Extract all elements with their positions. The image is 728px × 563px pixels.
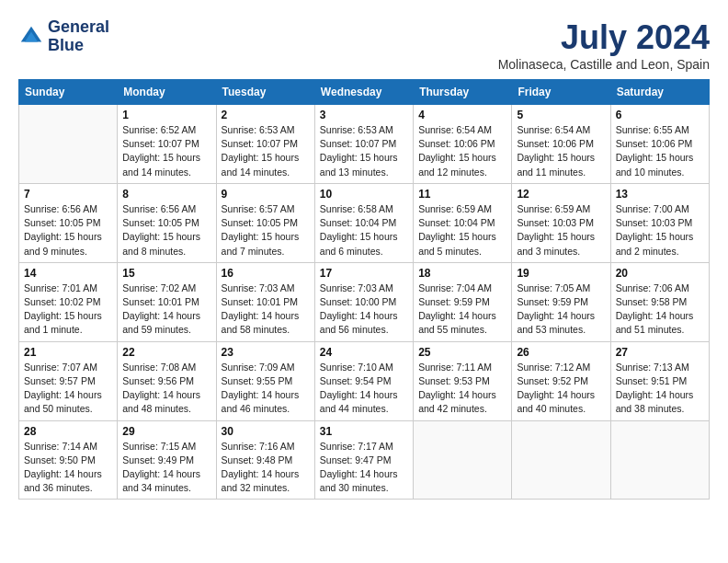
calendar-cell: 24Sunrise: 7:10 AMSunset: 9:54 PMDayligh… — [314, 341, 413, 420]
day-info: Sunrise: 7:07 AMSunset: 9:57 PMDaylight:… — [24, 361, 112, 417]
day-info: Sunrise: 7:03 AMSunset: 10:00 PMDaylight… — [320, 282, 408, 338]
day-number: 26 — [517, 346, 605, 359]
day-info: Sunrise: 6:54 AMSunset: 10:06 PMDaylight… — [517, 123, 605, 179]
day-info: Sunrise: 6:53 AMSunset: 10:07 PMDaylight… — [320, 123, 408, 179]
day-number: 24 — [320, 346, 408, 359]
day-info: Sunrise: 7:05 AMSunset: 9:59 PMDaylight:… — [517, 282, 605, 338]
calendar-cell: 21Sunrise: 7:07 AMSunset: 9:57 PMDayligh… — [19, 341, 118, 420]
calendar-cell: 11Sunrise: 6:59 AMSunset: 10:04 PMDaylig… — [414, 183, 512, 262]
day-info: Sunrise: 6:53 AMSunset: 10:07 PMDaylight… — [222, 123, 310, 179]
day-info: Sunrise: 7:00 AMSunset: 10:03 PMDaylight… — [616, 202, 704, 259]
day-number: 16 — [222, 267, 310, 280]
day-number: 14 — [24, 267, 112, 280]
weekday-header-row: SundayMondayTuesdayWednesdayThursdayFrid… — [19, 80, 710, 105]
day-number: 13 — [616, 188, 704, 201]
page-header: General Blue July 2024 Molinaseca, Casti… — [18, 18, 710, 72]
calendar-cell: 6Sunrise: 6:55 AMSunset: 10:06 PMDayligh… — [610, 105, 709, 184]
title-block: July 2024 Molinaseca, Castille and Leon,… — [498, 18, 710, 72]
day-number: 15 — [122, 267, 210, 280]
calendar-cell: 16Sunrise: 7:03 AMSunset: 10:01 PMDaylig… — [216, 262, 314, 341]
day-number: 21 — [24, 346, 112, 359]
day-number: 4 — [418, 109, 506, 121]
calendar-cell: 26Sunrise: 7:12 AMSunset: 9:52 PMDayligh… — [512, 341, 610, 420]
day-info: Sunrise: 7:12 AMSunset: 9:52 PMDaylight:… — [517, 361, 605, 417]
day-info: Sunrise: 7:15 AMSunset: 9:49 PMDaylight:… — [122, 440, 210, 496]
location-title: Molinaseca, Castille and Leon, Spain — [498, 57, 710, 72]
calendar-cell: 23Sunrise: 7:09 AMSunset: 9:55 PMDayligh… — [216, 341, 314, 420]
calendar-cell: 7Sunrise: 6:56 AMSunset: 10:05 PMDayligh… — [19, 183, 118, 262]
calendar-cell — [610, 420, 709, 500]
day-number: 22 — [122, 346, 210, 359]
logo-text: General Blue — [48, 18, 109, 55]
day-info: Sunrise: 6:59 AMSunset: 10:03 PMDaylight… — [517, 202, 605, 259]
calendar-cell: 31Sunrise: 7:17 AMSunset: 9:47 PMDayligh… — [314, 420, 413, 500]
calendar-cell: 27Sunrise: 7:13 AMSunset: 9:51 PMDayligh… — [610, 341, 709, 420]
day-number: 17 — [320, 267, 408, 280]
day-info: Sunrise: 6:54 AMSunset: 10:06 PMDaylight… — [418, 123, 506, 179]
week-row-3: 14Sunrise: 7:01 AMSunset: 10:02 PMDaylig… — [19, 262, 710, 341]
logo: General Blue — [18, 18, 109, 55]
calendar-cell: 14Sunrise: 7:01 AMSunset: 10:02 PMDaylig… — [19, 262, 118, 341]
day-number: 25 — [418, 346, 506, 359]
calendar-cell: 2Sunrise: 6:53 AMSunset: 10:07 PMDayligh… — [216, 105, 314, 184]
calendar-cell: 9Sunrise: 6:57 AMSunset: 10:05 PMDayligh… — [216, 183, 314, 262]
calendar-table: SundayMondayTuesdayWednesdayThursdayFrid… — [18, 79, 710, 500]
day-info: Sunrise: 7:16 AMSunset: 9:48 PMDaylight:… — [222, 440, 310, 496]
day-number: 11 — [418, 188, 506, 201]
calendar-cell — [19, 105, 118, 184]
day-number: 23 — [222, 346, 310, 359]
day-number: 5 — [517, 109, 605, 121]
calendar-cell: 28Sunrise: 7:14 AMSunset: 9:50 PMDayligh… — [19, 420, 118, 500]
week-row-1: 1Sunrise: 6:52 AMSunset: 10:07 PMDayligh… — [19, 105, 710, 184]
day-info: Sunrise: 6:57 AMSunset: 10:05 PMDaylight… — [222, 202, 310, 259]
day-number: 2 — [222, 109, 310, 121]
calendar-cell: 10Sunrise: 6:58 AMSunset: 10:04 PMDaylig… — [314, 183, 413, 262]
day-number: 18 — [418, 267, 506, 280]
logo-icon — [18, 24, 44, 50]
day-number: 8 — [122, 188, 210, 201]
day-info: Sunrise: 6:58 AMSunset: 10:04 PMDaylight… — [320, 202, 408, 259]
day-number: 1 — [122, 109, 210, 121]
day-info: Sunrise: 7:08 AMSunset: 9:56 PMDaylight:… — [122, 361, 210, 417]
week-row-5: 28Sunrise: 7:14 AMSunset: 9:50 PMDayligh… — [19, 420, 710, 500]
day-number: 6 — [616, 109, 704, 121]
day-info: Sunrise: 7:04 AMSunset: 9:59 PMDaylight:… — [418, 282, 506, 338]
day-number: 12 — [517, 188, 605, 201]
day-info: Sunrise: 7:06 AMSunset: 9:58 PMDaylight:… — [616, 282, 704, 338]
weekday-header-tuesday: Tuesday — [216, 80, 314, 105]
day-number: 7 — [24, 188, 112, 201]
day-number: 28 — [24, 425, 112, 438]
week-row-4: 21Sunrise: 7:07 AMSunset: 9:57 PMDayligh… — [19, 341, 710, 420]
calendar-cell: 18Sunrise: 7:04 AMSunset: 9:59 PMDayligh… — [414, 262, 512, 341]
day-number: 27 — [616, 346, 704, 359]
day-info: Sunrise: 6:56 AMSunset: 10:05 PMDaylight… — [24, 202, 112, 259]
month-title: July 2024 — [498, 18, 710, 57]
weekday-header-wednesday: Wednesday — [314, 80, 413, 105]
day-info: Sunrise: 6:52 AMSunset: 10:07 PMDaylight… — [122, 123, 210, 179]
day-number: 3 — [320, 109, 408, 121]
day-number: 31 — [320, 425, 408, 438]
calendar-cell: 5Sunrise: 6:54 AMSunset: 10:06 PMDayligh… — [512, 105, 610, 184]
day-number: 9 — [222, 188, 310, 201]
day-number: 10 — [320, 188, 408, 201]
calendar-cell: 30Sunrise: 7:16 AMSunset: 9:48 PMDayligh… — [216, 420, 314, 500]
calendar-cell: 22Sunrise: 7:08 AMSunset: 9:56 PMDayligh… — [118, 341, 216, 420]
day-number: 20 — [616, 267, 704, 280]
day-number: 19 — [517, 267, 605, 280]
weekday-header-friday: Friday — [512, 80, 610, 105]
day-info: Sunrise: 6:59 AMSunset: 10:04 PMDaylight… — [418, 202, 506, 259]
day-info: Sunrise: 6:55 AMSunset: 10:06 PMDaylight… — [616, 123, 704, 179]
calendar-cell: 4Sunrise: 6:54 AMSunset: 10:06 PMDayligh… — [414, 105, 512, 184]
calendar-cell: 12Sunrise: 6:59 AMSunset: 10:03 PMDaylig… — [512, 183, 610, 262]
day-info: Sunrise: 7:11 AMSunset: 9:53 PMDaylight:… — [418, 361, 506, 417]
day-info: Sunrise: 7:09 AMSunset: 9:55 PMDaylight:… — [222, 361, 310, 417]
calendar-cell: 20Sunrise: 7:06 AMSunset: 9:58 PMDayligh… — [610, 262, 709, 341]
day-info: Sunrise: 6:56 AMSunset: 10:05 PMDaylight… — [122, 202, 210, 259]
day-info: Sunrise: 7:14 AMSunset: 9:50 PMDaylight:… — [24, 440, 112, 496]
week-row-2: 7Sunrise: 6:56 AMSunset: 10:05 PMDayligh… — [19, 183, 710, 262]
day-number: 29 — [122, 425, 210, 438]
calendar-cell — [414, 420, 512, 500]
calendar-cell — [512, 420, 610, 500]
calendar-cell: 25Sunrise: 7:11 AMSunset: 9:53 PMDayligh… — [414, 341, 512, 420]
calendar-cell: 3Sunrise: 6:53 AMSunset: 10:07 PMDayligh… — [314, 105, 413, 184]
